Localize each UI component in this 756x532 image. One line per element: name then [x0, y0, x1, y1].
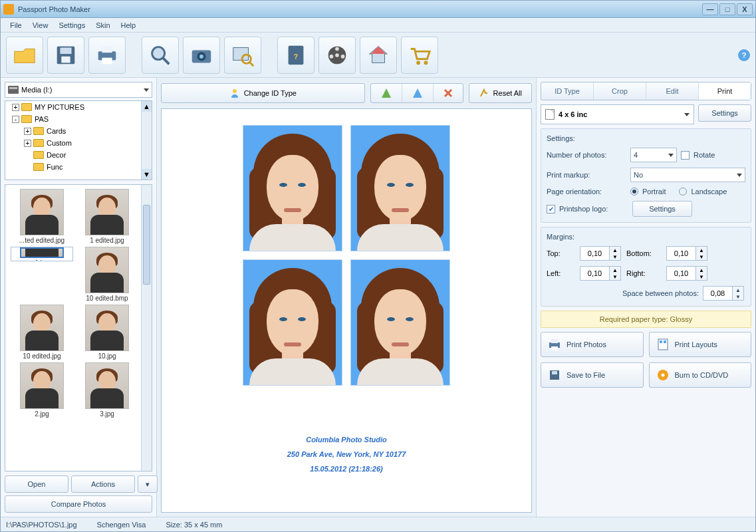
orientation-portrait-label: Portrait [642, 188, 666, 196]
folder-icon [33, 127, 44, 135]
toolbar-reel-button[interactable] [318, 37, 356, 74]
printshop-settings-button[interactable]: Settings [632, 201, 692, 217]
menu-file[interactable]: File [5, 20, 27, 31]
thumbnail-item[interactable]: 2.jpg [11, 362, 73, 418]
margin-left-input[interactable]: ▲▼ [580, 266, 622, 281]
rotate-label: Rotate [693, 151, 715, 159]
window-maximize-button[interactable]: □ [719, 3, 735, 15]
folder-tree[interactable]: +MY PICTURES-PAS+Cards+CustomDecorFunc ▲… [5, 100, 152, 180]
thumbnail-image [20, 247, 64, 258]
tree-toggle[interactable]: + [12, 104, 19, 111]
open-button[interactable]: Open [5, 475, 68, 493]
compare-photos-button[interactable]: Compare Photos [5, 495, 152, 513]
thumbnail-item[interactable]: 1 edited.jpg [76, 189, 138, 244]
thumbnail-item[interactable]: 10 edited.bmp [76, 247, 138, 302]
tab-id-type[interactable]: ID Type [541, 82, 594, 100]
toolbar-search-photo-button[interactable] [224, 37, 261, 74]
tree-node[interactable]: +Custom [5, 137, 152, 149]
num-photos-select[interactable]: 4 [630, 148, 677, 162]
toolbar-cart-button[interactable] [401, 37, 438, 74]
status-size: Size: 35 x 45 mm [166, 521, 222, 529]
toolbar-zoom-button[interactable] [142, 37, 179, 74]
margin-right-input[interactable]: ▲▼ [666, 266, 709, 281]
tab-edit[interactable]: Edit [646, 82, 699, 100]
tree-node[interactable]: Decor [5, 149, 152, 161]
toolbar-camera-button[interactable] [183, 37, 220, 74]
svg-rect-26 [551, 346, 558, 350]
margin-right-label: Right: [626, 269, 666, 277]
tree-scrollbar[interactable]: ▲ ▼ [141, 101, 152, 180]
folder-icon [33, 151, 44, 159]
save-to-file-button[interactable]: Save to File [541, 362, 644, 388]
tree-node[interactable]: +Cards [5, 125, 152, 137]
window-close-button[interactable]: X [737, 3, 753, 15]
reset-all-button[interactable]: Reset All [469, 84, 531, 102]
orientation-portrait-radio[interactable] [630, 188, 638, 196]
print-photos-button[interactable]: Print Photos [541, 332, 644, 357]
actions-dropdown-button[interactable]: ▾ [138, 475, 158, 493]
reset-all-label: Reset All [493, 89, 522, 97]
svg-point-22 [424, 61, 428, 65]
tree-label: Cards [47, 127, 66, 135]
svg-point-19 [341, 55, 345, 59]
svg-text:?: ? [294, 53, 298, 60]
menu-view[interactable]: View [27, 20, 54, 31]
toolbar-info-button[interactable]: ? [738, 49, 750, 61]
paper-settings-button[interactable]: Settings [698, 104, 751, 122]
chevron-down-icon [684, 113, 690, 116]
thumbnail-filename: 1.jpg [35, 259, 49, 261]
drive-selector[interactable]: Media (I:) [5, 82, 152, 98]
printshop-logo-checkbox[interactable]: ✔ [547, 205, 555, 213]
svg-rect-4 [102, 46, 112, 53]
paper-size-dropdown[interactable]: 4 x 6 inc [541, 104, 694, 124]
folder-icon [21, 115, 32, 123]
change-id-type-button[interactable]: Change ID Type [162, 84, 364, 102]
space-between-input[interactable]: ▲▼ [703, 286, 745, 301]
burn-cd-button[interactable]: Burn to CD/DVD [649, 362, 752, 388]
margin-top-input[interactable]: ▲▼ [580, 246, 622, 261]
tree-node[interactable]: +MY PICTURES [5, 101, 152, 113]
scroll-up-button[interactable]: ▲ [142, 101, 152, 112]
menu-settings[interactable]: Settings [53, 20, 90, 31]
rotate-right-button[interactable] [402, 84, 434, 102]
print-markup-select[interactable]: No [630, 168, 745, 182]
thumbs-scrollbar[interactable] [141, 185, 152, 471]
content-area: Media (I:) +MY PICTURES-PAS+Cards+Custom… [1, 78, 755, 517]
rotate-checkbox[interactable] [681, 151, 690, 160]
toolbar-save-button[interactable] [47, 37, 84, 74]
orientation-landscape-radio[interactable] [679, 188, 687, 196]
menu-skin[interactable]: Skin [90, 20, 115, 31]
window-minimize-button[interactable]: — [702, 3, 718, 15]
rotate-left-button[interactable] [371, 84, 402, 102]
thumbnail-item[interactable]: 3.jpg [76, 362, 138, 418]
print-actions: Print Photos Print Layouts Save to File … [541, 332, 751, 388]
thumbnail-image [85, 305, 129, 351]
toolbar-print-button[interactable] [88, 37, 126, 74]
margin-bottom-input[interactable]: ▲▼ [666, 246, 709, 261]
tree-toggle[interactable]: + [24, 140, 31, 147]
scroll-down-button[interactable]: ▼ [142, 169, 152, 180]
thumbnail-item[interactable]: 10 edited.jpg [11, 305, 73, 360]
menu-help[interactable]: Help [116, 20, 142, 31]
toolbar-home-button[interactable] [360, 37, 397, 74]
tree-toggle[interactable]: - [12, 116, 19, 123]
thumbnail-item[interactable]: 1.jpg [11, 247, 73, 261]
toolbar-help-button[interactable]: ? [277, 37, 315, 74]
tab-print[interactable]: Print [699, 82, 751, 100]
thumbnail-item[interactable]: ...ted edited.jpg [11, 189, 73, 244]
tree-node[interactable]: -PAS [5, 113, 152, 125]
tree-node[interactable]: Func [5, 161, 152, 173]
app-title: Passport Photo Maker [18, 5, 90, 13]
tree-toggle[interactable]: + [24, 128, 31, 135]
tab-crop[interactable]: Crop [594, 82, 646, 100]
toolbar-open-button[interactable] [6, 37, 43, 74]
left-panel: Media (I:) +MY PICTURES-PAS+Cards+Custom… [1, 78, 157, 517]
num-photos-label: Number of photos: [547, 151, 626, 159]
svg-point-20 [330, 55, 334, 59]
status-visa: Schengen Visa [97, 521, 146, 529]
delete-button[interactable] [434, 84, 463, 102]
save-file-label: Save to File [567, 371, 605, 379]
print-layouts-button[interactable]: Print Layouts [649, 332, 752, 357]
actions-button[interactable]: Actions [71, 475, 135, 493]
thumbnail-item[interactable]: 10.jpg [76, 305, 138, 360]
